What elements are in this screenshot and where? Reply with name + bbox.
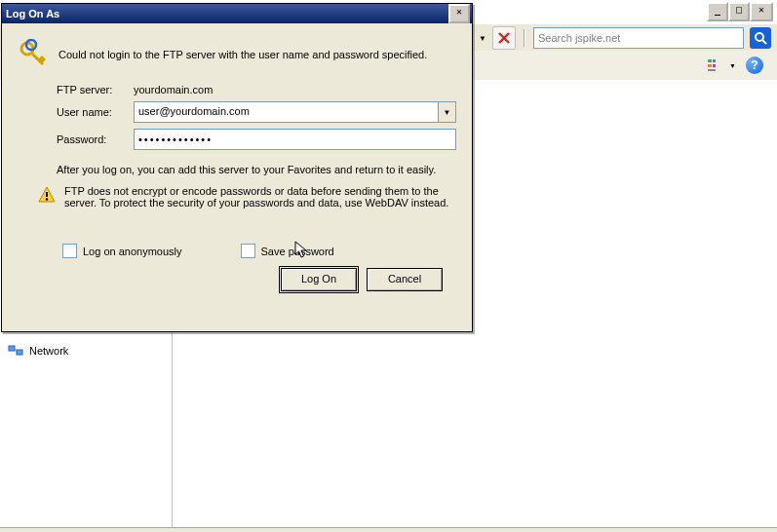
svg-rect-5	[713, 59, 716, 62]
ftp-server-value: yourdomain.com	[134, 84, 213, 95]
dialog-close-button[interactable]: ✕	[448, 4, 470, 23]
ftp-server-label: FTP server:	[57, 84, 134, 95]
dialog-titlebar[interactable]: Log On As ✕	[2, 4, 472, 23]
sidebar-item-network[interactable]: Network	[8, 339, 164, 362]
network-icon	[8, 343, 23, 359]
view-grid-icon	[708, 57, 727, 73]
view-mode-button[interactable]: ▼	[708, 57, 736, 73]
help-button[interactable]: ?	[746, 57, 763, 74]
logon-button[interactable]: Log On	[281, 268, 357, 291]
search-input[interactable]: Search jspike.net	[533, 27, 744, 49]
cancel-button[interactable]: Cancel	[367, 268, 443, 291]
dialog-hint: After you log on, you can add this serve…	[57, 164, 456, 175]
user-name-combobox[interactable]: ▼	[134, 101, 456, 123]
password-label: Password:	[57, 133, 134, 145]
x-icon	[497, 31, 511, 45]
anonymous-checkbox[interactable]: Log on anonymously	[62, 244, 182, 258]
save-password-label: Save password	[261, 246, 334, 257]
checkbox-box	[62, 244, 77, 258]
password-input[interactable]	[134, 129, 456, 150]
svg-rect-8	[708, 69, 716, 71]
warning-icon	[37, 185, 57, 205]
svg-rect-6	[708, 64, 712, 67]
svg-rect-10	[17, 350, 22, 355]
maximize-button[interactable]: □	[728, 2, 750, 21]
svg-rect-9	[9, 346, 15, 351]
close-button[interactable]: ✕	[750, 2, 773, 21]
chevron-down-icon[interactable]: ▼	[479, 34, 486, 43]
svg-rect-4	[708, 59, 712, 62]
desktop: _ □ ✕ ▼ Search jspike.net	[0, 0, 777, 532]
chevron-down-icon[interactable]: ▼	[438, 102, 455, 122]
svg-point-2	[756, 33, 763, 41]
keys-icon	[18, 39, 49, 70]
svg-rect-7	[713, 64, 716, 67]
user-name-input[interactable]	[135, 102, 438, 120]
search-go-button[interactable]	[750, 27, 771, 49]
status-bar	[0, 527, 777, 532]
dialog-warning: FTP does not encrypt or encode passwords…	[64, 185, 456, 209]
chevron-down-icon: ▼	[729, 62, 736, 69]
dialog-title: Log On As	[6, 8, 59, 19]
anonymous-label: Log on anonymously	[83, 246, 182, 257]
dialog-message: Could not login to the FTP server with t…	[58, 49, 427, 60]
minimize-button[interactable]: _	[707, 2, 728, 21]
svg-point-15	[46, 198, 48, 200]
separator	[524, 29, 525, 47]
save-password-checkbox[interactable]: Save password	[241, 244, 334, 258]
search-icon	[754, 31, 767, 45]
search-placeholder-text: Search jspike.net	[538, 32, 620, 44]
stop-button[interactable]	[492, 26, 516, 50]
window-controls: _ □ ✕	[707, 2, 773, 21]
checkbox-box	[241, 244, 255, 258]
sidebar-item-label: Network	[29, 345, 68, 357]
user-name-label: User name:	[57, 106, 134, 118]
logon-dialog: Log On As ✕ Could not login to the FTP s…	[1, 3, 473, 332]
svg-line-3	[762, 40, 766, 44]
